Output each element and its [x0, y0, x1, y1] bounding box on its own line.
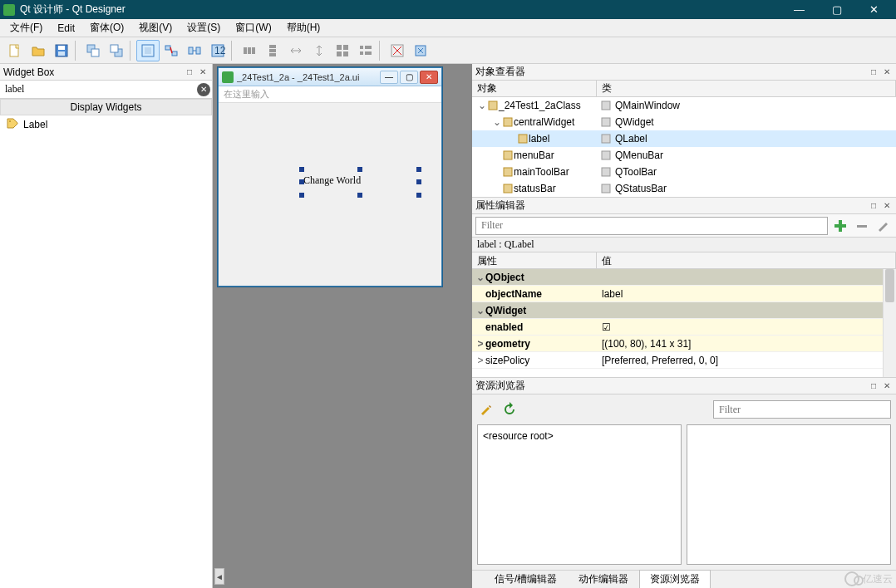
widget-box-category[interactable]: Display Widgets	[0, 99, 212, 115]
resource-root-node[interactable]: <resource root>	[483, 430, 554, 442]
resource-browser-close-button[interactable]: ✕	[881, 380, 893, 392]
svg-rect-25	[343, 51, 348, 56]
resource-browser-title: 资源浏览器	[475, 379, 866, 393]
resource-tree[interactable]: <resource root>	[477, 424, 682, 565]
form-window[interactable]: _24Test1_2a - _24Test1_2a.ui — ▢ ✕ 在这里输入…	[218, 67, 442, 287]
edit-signals-button[interactable]	[160, 40, 183, 61]
close-button[interactable]: ✕	[855, 0, 893, 19]
send-to-back-button[interactable]	[81, 40, 105, 61]
widget-box-close-button[interactable]: ✕	[197, 66, 209, 78]
svg-rect-41	[504, 168, 512, 176]
resource-reload-button[interactable]	[500, 400, 519, 419]
property-value-header[interactable]: 值	[597, 252, 896, 268]
property-editor-float-button[interactable]: □	[868, 200, 879, 212]
object-row[interactable]: mainToolBarQToolBar	[472, 164, 896, 180]
property-group[interactable]: ⌄QObject	[472, 269, 896, 286]
resize-handle[interactable]	[416, 167, 421, 172]
svg-rect-38	[602, 135, 610, 143]
object-row[interactable]: ⌄ centralWidgetQWidget	[472, 114, 896, 130]
resize-handle[interactable]	[299, 179, 304, 184]
menu-form[interactable]: 窗体(O)	[83, 19, 130, 37]
menu-window[interactable]: 窗口(W)	[229, 19, 278, 37]
svg-rect-2	[58, 46, 65, 50]
widget-box-filter-input[interactable]	[2, 82, 197, 97]
resize-handle[interactable]	[299, 167, 304, 172]
property-grid[interactable]: 属性 值 ⌄QObjectobjectNamelabel⌄QWidgetenab…	[472, 252, 896, 377]
resize-handle[interactable]	[299, 193, 304, 198]
bring-to-front-button[interactable]	[105, 40, 128, 61]
svg-rect-29	[365, 51, 372, 55]
tab-action-editor[interactable]: 动作编辑器	[568, 570, 639, 588]
property-group[interactable]: ⌄QWidget	[472, 302, 896, 319]
property-row[interactable]: >geometry[(100, 80), 141 x 31]	[472, 336, 896, 352]
window-title: Qt 设计师 - Qt Designer	[20, 2, 780, 17]
resource-browser-float-button[interactable]: □	[868, 380, 879, 392]
object-icon	[502, 183, 514, 194]
resource-filter-input[interactable]	[713, 400, 891, 419]
property-row[interactable]: objectNamelabel	[472, 286, 896, 302]
splitter-collapse-button[interactable]: ◄	[214, 568, 224, 585]
menu-settings[interactable]: 设置(S)	[180, 19, 227, 37]
property-settings-button[interactable]	[874, 217, 893, 235]
menu-edit[interactable]: Edit	[51, 21, 81, 36]
property-scrollbar[interactable]	[883, 269, 896, 377]
object-col-header[interactable]: 对象	[472, 81, 597, 96]
resize-handle[interactable]	[416, 193, 421, 198]
new-file-button[interactable]	[3, 40, 27, 61]
edit-widgets-button[interactable]	[136, 40, 160, 61]
minimize-button[interactable]: —	[780, 0, 818, 19]
layout-vertical-button[interactable]	[261, 40, 284, 61]
layout-vertical-splitter-button[interactable]	[308, 40, 331, 61]
object-inspector-close-button[interactable]: ✕	[881, 66, 893, 78]
window-titlebar: Qt 设计师 - Qt Designer — ▢ ✕	[0, 0, 896, 19]
property-add-button[interactable]	[831, 217, 849, 235]
svg-rect-22	[337, 45, 342, 50]
resize-handle[interactable]	[357, 193, 362, 198]
tab-signal-slot-editor[interactable]: 信号/槽编辑器	[484, 570, 568, 588]
object-row[interactable]: labelQLabel	[472, 130, 896, 147]
form-canvas[interactable]: Change World	[219, 103, 441, 286]
property-editor-close-button[interactable]: ✕	[881, 200, 893, 212]
selected-label-widget[interactable]: Change World	[302, 169, 419, 195]
adjust-size-button[interactable]	[409, 40, 432, 61]
property-row[interactable]: >sizePolicy[Preferred, Preferred, 0, 0]	[472, 352, 896, 369]
open-file-button[interactable]	[27, 40, 50, 61]
layout-horizontal-button[interactable]	[238, 40, 261, 61]
tab-resource-browser[interactable]: 资源浏览器	[639, 570, 711, 588]
object-inspector-float-button[interactable]: □	[868, 66, 879, 78]
object-row[interactable]: statusBarQStatusBar	[472, 180, 896, 197]
widget-box-filter-clear-button[interactable]: ✕	[197, 83, 210, 96]
maximize-button[interactable]: ▢	[818, 0, 855, 19]
resize-handle[interactable]	[416, 179, 421, 184]
form-window-maximize-button[interactable]: ▢	[400, 71, 418, 84]
mdi-area[interactable]: _24Test1_2a - _24Test1_2a.ui — ▢ ✕ 在这里输入…	[213, 64, 472, 588]
property-name-header[interactable]: 属性	[472, 252, 597, 268]
menu-help[interactable]: 帮助(H)	[280, 19, 327, 37]
property-remove-button[interactable]	[853, 217, 871, 235]
save-file-button[interactable]	[50, 40, 73, 61]
property-filter-input[interactable]	[475, 217, 828, 235]
layout-horizontal-splitter-button[interactable]	[284, 40, 308, 61]
form-window-minimize-button[interactable]: —	[380, 71, 398, 84]
edit-buddies-button[interactable]	[183, 40, 206, 61]
object-row[interactable]: menuBarQMenuBar	[472, 147, 896, 164]
resource-preview[interactable]	[687, 424, 891, 565]
svg-rect-46	[834, 224, 846, 228]
layout-form-button[interactable]	[354, 40, 377, 61]
resize-handle[interactable]	[357, 167, 362, 172]
resource-edit-button[interactable]	[477, 400, 495, 419]
layout-grid-button[interactable]	[331, 40, 354, 61]
form-window-close-button[interactable]: ✕	[420, 71, 438, 84]
menu-view[interactable]: 视图(V)	[132, 19, 179, 37]
widget-box-float-button[interactable]: □	[184, 66, 195, 78]
menu-file[interactable]: 文件(F)	[3, 19, 49, 37]
class-col-header[interactable]: 类	[597, 81, 896, 96]
property-row[interactable]: enabled☑	[472, 319, 896, 336]
widget-box-item-label[interactable]: Label	[0, 115, 212, 134]
svg-rect-40	[602, 151, 610, 159]
object-inspector-tree[interactable]: 对象 类 ⌄ _24Test1_2aClassQMainWindow⌄ cent…	[472, 81, 896, 197]
edit-tab-order-button[interactable]: 12	[206, 40, 229, 61]
form-menubar-placeholder[interactable]: 在这里输入	[219, 86, 441, 103]
object-row[interactable]: ⌄ _24Test1_2aClassQMainWindow	[472, 97, 896, 114]
break-layout-button[interactable]	[386, 40, 409, 61]
